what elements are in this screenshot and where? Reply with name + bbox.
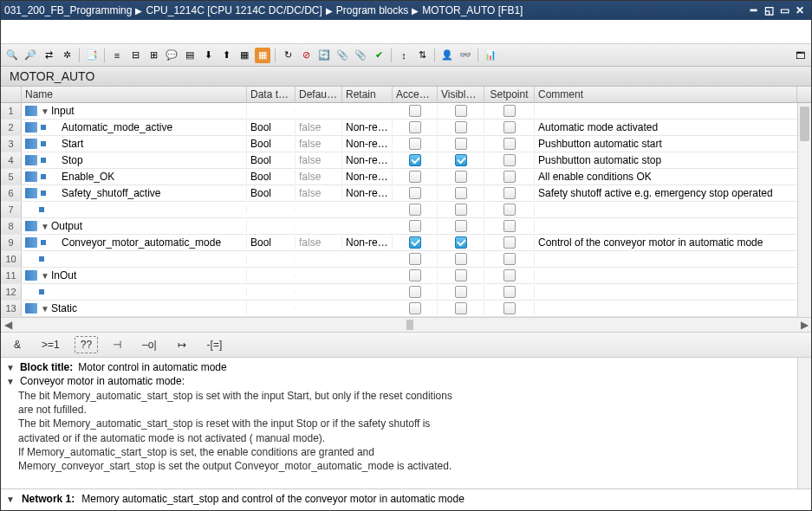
checkbox[interactable] bbox=[455, 154, 467, 166]
toolbar-btn[interactable]: 👤 bbox=[439, 48, 455, 63]
toolbar-btn[interactable]: 👓 bbox=[458, 48, 473, 63]
row-name[interactable]: Conveyor_motor_automatic_mode bbox=[22, 236, 247, 249]
row-retain[interactable] bbox=[342, 275, 393, 276]
toolbar-btn[interactable]: 📎 bbox=[353, 48, 368, 63]
checkbox[interactable] bbox=[409, 187, 421, 199]
toolbar-btn[interactable]: ⊘ bbox=[298, 48, 314, 63]
row-comment[interactable] bbox=[535, 110, 797, 112]
row-name[interactable]: ▼ InOut bbox=[22, 268, 247, 282]
checkbox[interactable] bbox=[455, 220, 467, 232]
row-retain[interactable] bbox=[342, 110, 393, 112]
row-comment[interactable] bbox=[535, 209, 797, 210]
row-default[interactable]: false bbox=[296, 170, 342, 184]
checkbox[interactable] bbox=[455, 253, 467, 265]
toolbar-btn[interactable]: ✔ bbox=[371, 48, 387, 63]
row-default[interactable]: false bbox=[296, 137, 342, 151]
row-default[interactable]: false bbox=[296, 153, 342, 167]
toolbar-btn[interactable]: ⊟ bbox=[127, 48, 143, 63]
col-name[interactable]: Name bbox=[22, 87, 247, 102]
maximize-icon[interactable]: ▭ bbox=[778, 4, 790, 16]
checkbox[interactable] bbox=[409, 171, 421, 183]
row-type[interactable] bbox=[247, 225, 296, 227]
collapse-toggle[interactable]: ▼ bbox=[6, 495, 15, 504]
row-default[interactable]: false bbox=[296, 120, 342, 134]
toolbar-btn[interactable]: 🗔 bbox=[792, 48, 808, 63]
row-default[interactable] bbox=[296, 258, 342, 260]
toolbar-btn[interactable]: 💬 bbox=[164, 48, 179, 63]
block-title-value[interactable]: Motor control in automatic mode bbox=[78, 361, 226, 373]
row-comment[interactable] bbox=[535, 275, 797, 276]
checkbox[interactable] bbox=[409, 269, 421, 281]
table-row[interactable]: 10 bbox=[1, 251, 811, 268]
row-comment[interactable]: Pushbutton automatic stop bbox=[535, 153, 797, 167]
table-row[interactable]: 9Conveyor_motor_automatic_modeBoolfalseN… bbox=[1, 235, 811, 251]
table-row[interactable]: 8▼ Output bbox=[1, 218, 811, 235]
col-default[interactable]: Default... bbox=[296, 87, 342, 102]
checkbox[interactable] bbox=[409, 105, 421, 117]
row-comment[interactable]: Safety shutoff active e.g. emergency sto… bbox=[535, 186, 797, 200]
row-name[interactable] bbox=[22, 206, 247, 213]
checkbox[interactable] bbox=[409, 253, 421, 265]
toolbar-btn[interactable]: ⬆ bbox=[218, 48, 234, 63]
vertical-scrollbar[interactable] bbox=[797, 358, 811, 488]
checkbox[interactable] bbox=[409, 302, 421, 314]
row-retain[interactable] bbox=[342, 225, 393, 227]
checkbox[interactable] bbox=[409, 138, 421, 150]
col-setpoint[interactable]: Setpoint bbox=[484, 87, 535, 102]
checkbox[interactable] bbox=[409, 121, 421, 133]
row-name[interactable]: Automatic_mode_active bbox=[22, 120, 247, 134]
checkbox[interactable] bbox=[409, 236, 421, 249]
row-type[interactable] bbox=[247, 258, 296, 260]
minimize-icon[interactable]: ━ bbox=[747, 4, 759, 16]
logic-coil-btn[interactable]: ↦ bbox=[172, 336, 192, 353]
table-row[interactable]: 1▼ Input bbox=[1, 103, 811, 120]
row-type[interactable] bbox=[247, 209, 296, 210]
toolbar-btn[interactable]: 🔍 bbox=[4, 48, 20, 63]
collapse-toggle[interactable]: ▼ bbox=[6, 363, 15, 372]
col-type[interactable]: Data type bbox=[247, 87, 296, 102]
row-default[interactable] bbox=[296, 275, 342, 276]
row-comment[interactable] bbox=[535, 291, 797, 293]
logic-or-btn[interactable]: >=1 bbox=[36, 336, 66, 353]
row-type[interactable]: Bool bbox=[247, 153, 296, 167]
row-type[interactable]: Bool bbox=[247, 137, 296, 151]
table-row[interactable]: 11▼ InOut bbox=[1, 268, 811, 284]
row-default[interactable] bbox=[296, 307, 342, 309]
toolbar-btn[interactable]: 🔎 bbox=[23, 48, 38, 63]
toolbar-btn[interactable]: 📑 bbox=[84, 48, 100, 63]
row-name[interactable] bbox=[22, 256, 247, 262]
row-default[interactable] bbox=[296, 209, 342, 210]
checkbox[interactable] bbox=[455, 138, 467, 150]
checkbox[interactable] bbox=[455, 204, 467, 216]
col-retain[interactable]: Retain bbox=[342, 87, 393, 102]
toolbar-btn[interactable]: ✲ bbox=[59, 48, 75, 63]
checkbox[interactable] bbox=[455, 171, 467, 183]
row-comment[interactable]: Pushbutton automatic start bbox=[535, 137, 797, 151]
checkbox[interactable] bbox=[409, 154, 421, 166]
row-name[interactable]: Safety_shutoff_active bbox=[22, 186, 247, 200]
toolbar-btn[interactable]: 📎 bbox=[335, 48, 350, 63]
checkbox[interactable] bbox=[455, 286, 467, 298]
row-type[interactable] bbox=[247, 307, 296, 309]
checkbox[interactable] bbox=[409, 220, 421, 232]
row-name[interactable] bbox=[22, 288, 247, 295]
col-visible[interactable]: Visible i... bbox=[438, 87, 484, 102]
row-type[interactable]: Bool bbox=[247, 236, 296, 249]
table-row[interactable]: 4StopBoolfalseNon-ret...Pushbutton autom… bbox=[1, 152, 811, 169]
row-retain[interactable]: Non-ret... bbox=[342, 236, 393, 249]
checkbox[interactable] bbox=[503, 171, 516, 183]
row-comment[interactable]: Control of the conveyor motor in automat… bbox=[535, 236, 797, 249]
toolbar-btn[interactable]: ⊞ bbox=[146, 48, 161, 63]
tree-toggle-icon[interactable]: ▼ bbox=[41, 107, 49, 116]
checkbox[interactable] bbox=[455, 121, 467, 133]
toolbar-btn[interactable]: ▦ bbox=[237, 48, 252, 63]
tree-toggle-icon[interactable]: ▼ bbox=[41, 304, 49, 314]
row-default[interactable]: false bbox=[296, 236, 342, 249]
row-retain[interactable] bbox=[342, 209, 393, 210]
row-retain[interactable] bbox=[342, 258, 393, 260]
table-row[interactable]: 12 bbox=[1, 284, 811, 301]
row-type[interactable] bbox=[247, 110, 296, 112]
checkbox[interactable] bbox=[503, 302, 516, 314]
table-row[interactable]: 6Safety_shutoff_activeBoolfalseNon-ret..… bbox=[1, 185, 811, 202]
row-name[interactable]: Enable_OK bbox=[22, 170, 247, 184]
